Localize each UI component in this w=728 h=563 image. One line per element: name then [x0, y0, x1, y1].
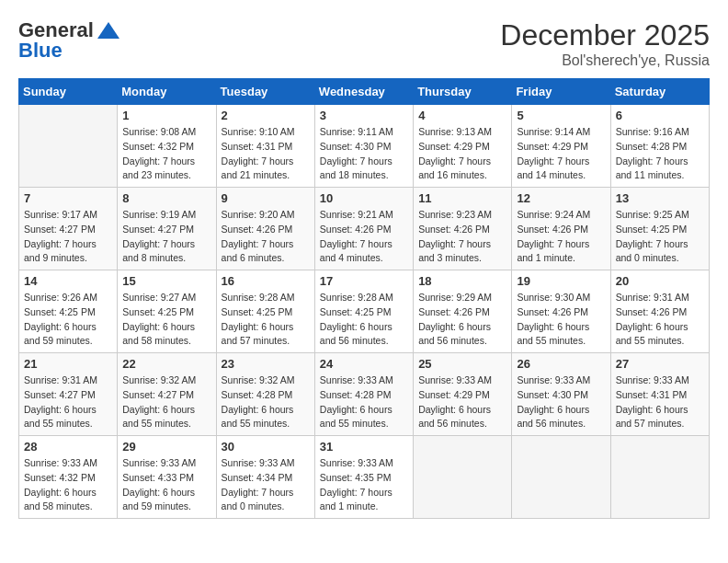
location-title: Bol'sherech'ye, Russia — [500, 52, 710, 69]
weekday-header-saturday: Saturday — [610, 79, 709, 105]
weekday-header-wednesday: Wednesday — [314, 79, 413, 105]
day-cell: 24Sunrise: 9:33 AMSunset: 4:28 PMDayligh… — [314, 353, 413, 436]
week-row-1: 1Sunrise: 9:08 AMSunset: 4:32 PMDaylight… — [19, 105, 710, 188]
weekday-header-monday: Monday — [118, 79, 216, 105]
weekday-header-thursday: Thursday — [414, 79, 512, 105]
day-cell: 26Sunrise: 9:33 AMSunset: 4:30 PMDayligh… — [512, 353, 610, 436]
day-info: Sunrise: 9:08 AMSunset: 4:32 PMDaylight:… — [122, 125, 210, 183]
day-info: Sunrise: 9:33 AMSunset: 4:34 PMDaylight:… — [222, 456, 310, 514]
day-cell: 21Sunrise: 9:31 AMSunset: 4:27 PMDayligh… — [19, 353, 118, 436]
month-title: December 2025 — [500, 18, 710, 52]
day-cell: 3Sunrise: 9:11 AMSunset: 4:30 PMDaylight… — [314, 105, 413, 188]
week-row-2: 7Sunrise: 9:17 AMSunset: 4:27 PMDaylight… — [19, 188, 710, 270]
day-info: Sunrise: 9:33 AMSunset: 4:30 PMDaylight:… — [517, 373, 605, 431]
day-info: Sunrise: 9:32 AMSunset: 4:27 PMDaylight:… — [122, 373, 210, 431]
day-info: Sunrise: 9:17 AMSunset: 4:27 PMDaylight:… — [24, 208, 112, 266]
day-cell: 4Sunrise: 9:13 AMSunset: 4:29 PMDaylight… — [414, 105, 512, 188]
day-info: Sunrise: 9:33 AMSunset: 4:35 PMDaylight:… — [320, 456, 408, 514]
day-number: 22 — [122, 357, 210, 371]
day-cell: 29Sunrise: 9:33 AMSunset: 4:33 PMDayligh… — [118, 436, 216, 519]
day-info: Sunrise: 9:25 AMSunset: 4:25 PMDaylight:… — [616, 208, 704, 266]
day-number: 1 — [122, 109, 210, 122]
day-cell: 17Sunrise: 9:28 AMSunset: 4:25 PMDayligh… — [314, 270, 413, 353]
day-info: Sunrise: 9:27 AMSunset: 4:25 PMDaylight:… — [122, 291, 210, 349]
logo: General Blue — [18, 18, 121, 63]
day-number: 8 — [122, 191, 210, 205]
day-number: 7 — [24, 191, 112, 205]
day-number: 24 — [320, 357, 408, 371]
week-row-5: 28Sunrise: 9:33 AMSunset: 4:32 PMDayligh… — [19, 436, 710, 519]
day-number: 3 — [320, 109, 408, 122]
day-info: Sunrise: 9:19 AMSunset: 4:27 PMDaylight:… — [122, 208, 210, 266]
day-number: 2 — [222, 109, 310, 122]
svg-marker-0 — [97, 22, 119, 39]
page-header: General Blue December 2025 Bol'sherech'y… — [18, 18, 710, 69]
day-cell: 22Sunrise: 9:32 AMSunset: 4:27 PMDayligh… — [118, 353, 216, 436]
day-info: Sunrise: 9:28 AMSunset: 4:25 PMDaylight:… — [222, 291, 310, 349]
day-number: 12 — [517, 191, 605, 205]
day-cell: 8Sunrise: 9:19 AMSunset: 4:27 PMDaylight… — [118, 188, 216, 270]
day-number: 6 — [616, 109, 704, 122]
day-info: Sunrise: 9:14 AMSunset: 4:29 PMDaylight:… — [517, 125, 605, 183]
day-number: 11 — [418, 191, 506, 205]
day-info: Sunrise: 9:33 AMSunset: 4:28 PMDaylight:… — [320, 373, 408, 431]
day-cell: 15Sunrise: 9:27 AMSunset: 4:25 PMDayligh… — [118, 270, 216, 353]
day-number: 30 — [222, 440, 310, 454]
day-info: Sunrise: 9:29 AMSunset: 4:26 PMDaylight:… — [418, 291, 506, 349]
day-info: Sunrise: 9:10 AMSunset: 4:31 PMDaylight:… — [222, 125, 310, 183]
day-cell: 23Sunrise: 9:32 AMSunset: 4:28 PMDayligh… — [216, 353, 314, 436]
day-cell: 27Sunrise: 9:33 AMSunset: 4:31 PMDayligh… — [610, 353, 709, 436]
day-number: 15 — [122, 274, 210, 288]
day-cell: 31Sunrise: 9:33 AMSunset: 4:35 PMDayligh… — [314, 436, 413, 519]
day-number: 29 — [122, 440, 210, 454]
day-number: 26 — [517, 357, 605, 371]
logo-blue: Blue — [18, 39, 63, 63]
day-cell — [512, 436, 610, 519]
day-info: Sunrise: 9:13 AMSunset: 4:29 PMDaylight:… — [418, 125, 506, 183]
day-number: 23 — [222, 357, 310, 371]
day-info: Sunrise: 9:33 AMSunset: 4:33 PMDaylight:… — [122, 456, 210, 514]
weekday-header-sunday: Sunday — [19, 79, 118, 105]
day-cell: 11Sunrise: 9:23 AMSunset: 4:26 PMDayligh… — [414, 188, 512, 270]
week-row-3: 14Sunrise: 9:26 AMSunset: 4:25 PMDayligh… — [19, 270, 710, 353]
logo-icon — [96, 20, 121, 40]
day-info: Sunrise: 9:21 AMSunset: 4:26 PMDaylight:… — [320, 208, 408, 266]
day-cell: 13Sunrise: 9:25 AMSunset: 4:25 PMDayligh… — [610, 188, 709, 270]
day-info: Sunrise: 9:31 AMSunset: 4:26 PMDaylight:… — [616, 291, 704, 349]
day-number: 21 — [24, 357, 112, 371]
day-cell — [19, 105, 118, 188]
day-cell: 2Sunrise: 9:10 AMSunset: 4:31 PMDaylight… — [216, 105, 314, 188]
day-info: Sunrise: 9:26 AMSunset: 4:25 PMDaylight:… — [24, 291, 112, 349]
day-cell: 25Sunrise: 9:33 AMSunset: 4:29 PMDayligh… — [414, 353, 512, 436]
day-cell: 16Sunrise: 9:28 AMSunset: 4:25 PMDayligh… — [216, 270, 314, 353]
day-number: 27 — [616, 357, 704, 371]
day-cell: 7Sunrise: 9:17 AMSunset: 4:27 PMDaylight… — [19, 188, 118, 270]
week-row-4: 21Sunrise: 9:31 AMSunset: 4:27 PMDayligh… — [19, 353, 710, 436]
day-info: Sunrise: 9:33 AMSunset: 4:32 PMDaylight:… — [24, 456, 112, 514]
day-cell: 28Sunrise: 9:33 AMSunset: 4:32 PMDayligh… — [19, 436, 118, 519]
day-number: 18 — [418, 274, 506, 288]
day-cell: 30Sunrise: 9:33 AMSunset: 4:34 PMDayligh… — [216, 436, 314, 519]
day-info: Sunrise: 9:33 AMSunset: 4:31 PMDaylight:… — [616, 373, 704, 431]
day-number: 5 — [517, 109, 605, 122]
day-info: Sunrise: 9:28 AMSunset: 4:25 PMDaylight:… — [320, 291, 408, 349]
day-info: Sunrise: 9:24 AMSunset: 4:26 PMDaylight:… — [517, 208, 605, 266]
day-cell: 14Sunrise: 9:26 AMSunset: 4:25 PMDayligh… — [19, 270, 118, 353]
day-info: Sunrise: 9:33 AMSunset: 4:29 PMDaylight:… — [418, 373, 506, 431]
day-cell: 19Sunrise: 9:30 AMSunset: 4:26 PMDayligh… — [512, 270, 610, 353]
day-number: 14 — [24, 274, 112, 288]
day-cell: 1Sunrise: 9:08 AMSunset: 4:32 PMDaylight… — [118, 105, 216, 188]
day-info: Sunrise: 9:31 AMSunset: 4:27 PMDaylight:… — [24, 373, 112, 431]
day-number: 19 — [517, 274, 605, 288]
weekday-header-tuesday: Tuesday — [216, 79, 314, 105]
day-info: Sunrise: 9:23 AMSunset: 4:26 PMDaylight:… — [418, 208, 506, 266]
day-info: Sunrise: 9:11 AMSunset: 4:30 PMDaylight:… — [320, 125, 408, 183]
day-number: 9 — [222, 191, 310, 205]
day-cell: 18Sunrise: 9:29 AMSunset: 4:26 PMDayligh… — [414, 270, 512, 353]
day-info: Sunrise: 9:20 AMSunset: 4:26 PMDaylight:… — [222, 208, 310, 266]
day-number: 13 — [616, 191, 704, 205]
day-number: 10 — [320, 191, 408, 205]
day-cell — [610, 436, 709, 519]
day-info: Sunrise: 9:32 AMSunset: 4:28 PMDaylight:… — [222, 373, 310, 431]
title-block: December 2025 Bol'sherech'ye, Russia — [500, 18, 710, 69]
